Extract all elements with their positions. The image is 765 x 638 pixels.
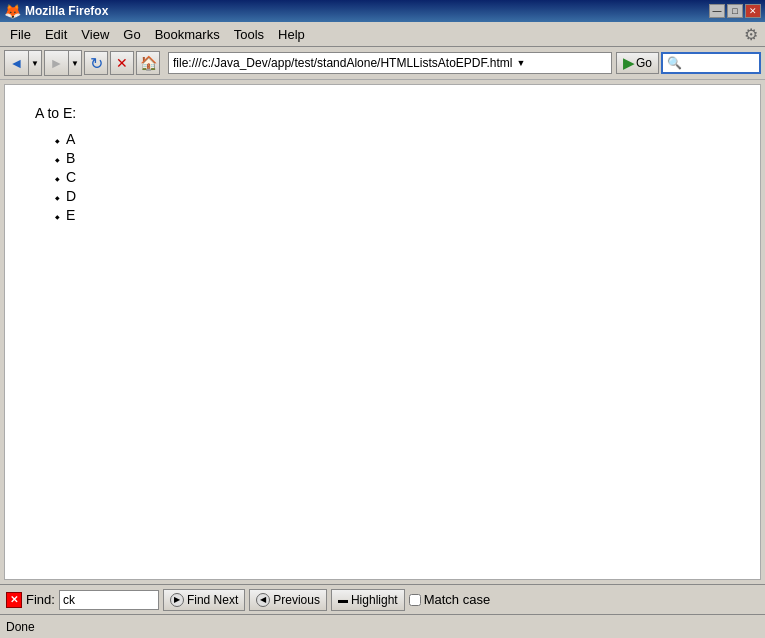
- forward-button[interactable]: ►: [45, 51, 69, 75]
- home-button[interactable]: 🏠: [136, 51, 160, 75]
- find-label: Find:: [26, 592, 55, 607]
- address-bar: file:///c:/Java_Dev/app/test/standAlone/…: [168, 52, 659, 74]
- list-item: D: [55, 188, 730, 204]
- go-button[interactable]: ▶ Go: [616, 52, 659, 74]
- content-area: A to E: A B C D E: [0, 80, 765, 584]
- find-previous-label: Previous: [273, 593, 320, 607]
- webpage: A to E: A B C D E: [4, 84, 761, 580]
- find-next-button[interactable]: ▶ Find Next: [163, 589, 245, 611]
- address-text: file:///c:/Java_Dev/app/test/standAlone/…: [173, 56, 512, 70]
- find-prev-icon: ◀: [256, 593, 270, 607]
- highlight-label: Highlight: [351, 593, 398, 607]
- gear-icon[interactable]: ⚙: [741, 24, 761, 44]
- match-case-label: Match case: [424, 592, 490, 607]
- minimize-button[interactable]: —: [709, 4, 725, 18]
- menu-view[interactable]: View: [75, 25, 115, 44]
- highlight-icon: ▬: [338, 594, 348, 605]
- list-item: C: [55, 169, 730, 185]
- back-dropdown[interactable]: ▼: [29, 51, 41, 75]
- menu-bar: File Edit View Go Bookmarks Tools Help ⚙: [0, 22, 765, 47]
- match-case-container: Match case: [409, 592, 490, 607]
- list-item: A: [55, 131, 730, 147]
- forward-button-group[interactable]: ► ▼: [44, 50, 82, 76]
- toolbar: ◄ ▼ ► ▼ ↻ ✕ 🏠 file:///c:/Java_Dev/app/te…: [0, 47, 765, 80]
- find-input[interactable]: [59, 590, 159, 610]
- find-close-button[interactable]: ✕: [6, 592, 22, 608]
- search-input[interactable]: [661, 52, 761, 74]
- menu-help[interactable]: Help: [272, 25, 311, 44]
- menu-go[interactable]: Go: [117, 25, 146, 44]
- back-button[interactable]: ◄: [5, 51, 29, 75]
- menu-tools[interactable]: Tools: [228, 25, 270, 44]
- highlight-button[interactable]: ▬ Highlight: [331, 589, 405, 611]
- go-label: Go: [636, 56, 652, 70]
- back-button-group[interactable]: ◄ ▼: [4, 50, 42, 76]
- firefox-icon: 🦊: [4, 3, 21, 19]
- find-bar: ✕ Find: ▶ Find Next ◀ Previous ▬ Highlig…: [0, 584, 765, 614]
- address-input[interactable]: file:///c:/Java_Dev/app/test/standAlone/…: [168, 52, 612, 74]
- reload-button[interactable]: ↻: [84, 51, 108, 75]
- list-item: E: [55, 207, 730, 223]
- list-item: B: [55, 150, 730, 166]
- title-bar-buttons[interactable]: — □ ✕: [709, 4, 761, 18]
- maximize-button[interactable]: □: [727, 4, 743, 18]
- menu-edit[interactable]: Edit: [39, 25, 73, 44]
- title-bar: 🦊 Mozilla Firefox — □ ✕: [0, 0, 765, 22]
- go-arrow-icon: ▶: [623, 55, 634, 71]
- status-bar: Done: [0, 614, 765, 638]
- status-text: Done: [6, 620, 35, 634]
- forward-dropdown[interactable]: ▼: [69, 51, 81, 75]
- find-next-label: Find Next: [187, 593, 238, 607]
- window-title: Mozilla Firefox: [25, 4, 108, 18]
- find-previous-button[interactable]: ◀ Previous: [249, 589, 327, 611]
- find-next-icon: ▶: [170, 593, 184, 607]
- menu-bookmarks[interactable]: Bookmarks: [149, 25, 226, 44]
- page-heading: A to E:: [35, 105, 730, 121]
- close-button[interactable]: ✕: [745, 4, 761, 18]
- title-bar-left: 🦊 Mozilla Firefox: [4, 3, 108, 19]
- menu-file[interactable]: File: [4, 25, 37, 44]
- stop-button[interactable]: ✕: [110, 51, 134, 75]
- address-dropdown-icon[interactable]: ▼: [516, 58, 525, 68]
- match-case-checkbox[interactable]: [409, 594, 421, 606]
- list: A B C D E: [35, 131, 730, 223]
